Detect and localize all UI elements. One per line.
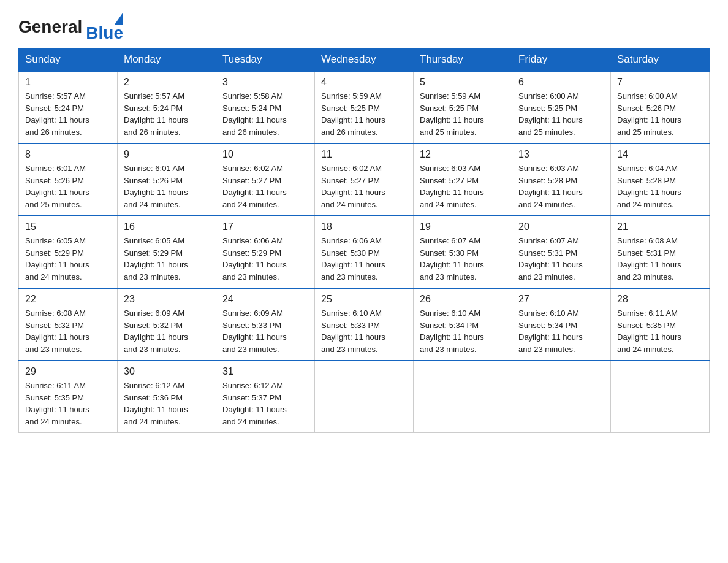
- day-number: 9: [124, 149, 210, 160]
- day-cell-17: 17Sunrise: 6:06 AMSunset: 5:29 PMDayligh…: [216, 216, 315, 288]
- day-info: Sunrise: 6:08 AMSunset: 5:32 PMDaylight:…: [25, 307, 111, 355]
- day-number: 28: [617, 294, 703, 305]
- day-info: Sunrise: 6:03 AMSunset: 5:28 PMDaylight:…: [518, 163, 604, 210]
- day-number: 15: [25, 221, 111, 232]
- day-info: Sunrise: 6:09 AMSunset: 5:32 PMDaylight:…: [124, 307, 210, 355]
- col-header-tuesday: Tuesday: [216, 48, 315, 72]
- day-cell-1: 1Sunrise: 5:57 AMSunset: 5:24 PMDaylight…: [19, 71, 118, 144]
- day-info: Sunrise: 6:10 AMSunset: 5:34 PMDaylight:…: [518, 307, 604, 355]
- logo-blue-text: Blue: [86, 25, 123, 42]
- week-row-4: 22Sunrise: 6:08 AMSunset: 5:32 PMDayligh…: [19, 288, 710, 361]
- day-cell-22: 22Sunrise: 6:08 AMSunset: 5:32 PMDayligh…: [19, 288, 118, 361]
- day-cell-28: 28Sunrise: 6:11 AMSunset: 5:35 PMDayligh…: [611, 288, 710, 361]
- day-info: Sunrise: 5:59 AMSunset: 5:25 PMDaylight:…: [321, 90, 407, 138]
- day-cell-24: 24Sunrise: 6:09 AMSunset: 5:33 PMDayligh…: [216, 288, 315, 361]
- day-info: Sunrise: 6:03 AMSunset: 5:27 PMDaylight:…: [420, 163, 506, 210]
- day-cell-30: 30Sunrise: 6:12 AMSunset: 5:36 PMDayligh…: [118, 361, 216, 433]
- col-header-wednesday: Wednesday: [315, 48, 414, 72]
- day-cell-19: 19Sunrise: 6:07 AMSunset: 5:30 PMDayligh…: [414, 216, 512, 288]
- day-number: 12: [420, 149, 506, 160]
- day-cell-29: 29Sunrise: 6:11 AMSunset: 5:35 PMDayligh…: [19, 361, 118, 433]
- week-row-2: 8Sunrise: 6:01 AMSunset: 5:26 PMDaylight…: [19, 144, 710, 216]
- day-cell-27: 27Sunrise: 6:10 AMSunset: 5:34 PMDayligh…: [512, 288, 611, 361]
- day-cell-26: 26Sunrise: 6:10 AMSunset: 5:34 PMDayligh…: [414, 288, 512, 361]
- day-cell-7: 7Sunrise: 6:00 AMSunset: 5:26 PMDaylight…: [611, 71, 710, 144]
- day-number: 20: [518, 221, 604, 232]
- day-number: 1: [25, 77, 111, 88]
- day-number: 2: [124, 77, 210, 88]
- day-number: 23: [124, 294, 210, 305]
- day-info: Sunrise: 6:10 AMSunset: 5:34 PMDaylight:…: [420, 307, 506, 355]
- day-info: Sunrise: 6:01 AMSunset: 5:26 PMDaylight:…: [124, 163, 210, 210]
- day-cell-23: 23Sunrise: 6:09 AMSunset: 5:32 PMDayligh…: [118, 288, 216, 361]
- week-row-1: 1Sunrise: 5:57 AMSunset: 5:24 PMDaylight…: [19, 71, 710, 144]
- day-info: Sunrise: 6:00 AMSunset: 5:26 PMDaylight:…: [617, 90, 703, 138]
- day-cell-18: 18Sunrise: 6:06 AMSunset: 5:30 PMDayligh…: [315, 216, 414, 288]
- col-header-saturday: Saturday: [611, 48, 710, 72]
- day-info: Sunrise: 6:06 AMSunset: 5:30 PMDaylight:…: [321, 235, 407, 283]
- day-number: 13: [518, 149, 604, 160]
- day-info: Sunrise: 6:07 AMSunset: 5:31 PMDaylight:…: [518, 235, 604, 283]
- day-cell-2: 2Sunrise: 5:57 AMSunset: 5:24 PMDaylight…: [118, 71, 216, 144]
- day-cell-3: 3Sunrise: 5:58 AMSunset: 5:24 PMDaylight…: [216, 71, 315, 144]
- empty-cell: [414, 361, 512, 433]
- day-info: Sunrise: 6:02 AMSunset: 5:27 PMDaylight:…: [222, 163, 308, 210]
- day-cell-15: 15Sunrise: 6:05 AMSunset: 5:29 PMDayligh…: [19, 216, 118, 288]
- day-cell-11: 11Sunrise: 6:02 AMSunset: 5:27 PMDayligh…: [315, 144, 414, 216]
- day-number: 22: [25, 294, 111, 305]
- day-number: 26: [420, 294, 506, 305]
- logo-triangle-icon: [115, 12, 123, 25]
- day-number: 31: [222, 366, 308, 377]
- day-number: 11: [321, 149, 407, 160]
- empty-cell: [611, 361, 710, 433]
- day-info: Sunrise: 6:12 AMSunset: 5:37 PMDaylight:…: [222, 380, 308, 427]
- day-number: 25: [321, 294, 407, 305]
- day-info: Sunrise: 6:12 AMSunset: 5:36 PMDaylight:…: [124, 380, 210, 427]
- day-number: 29: [25, 366, 111, 377]
- day-info: Sunrise: 6:05 AMSunset: 5:29 PMDaylight:…: [124, 235, 210, 283]
- empty-cell: [512, 361, 611, 433]
- day-number: 5: [420, 77, 506, 88]
- day-info: Sunrise: 6:11 AMSunset: 5:35 PMDaylight:…: [25, 380, 111, 427]
- day-cell-9: 9Sunrise: 6:01 AMSunset: 5:26 PMDaylight…: [118, 144, 216, 216]
- day-cell-4: 4Sunrise: 5:59 AMSunset: 5:25 PMDaylight…: [315, 71, 414, 144]
- day-number: 16: [124, 221, 210, 232]
- day-cell-8: 8Sunrise: 6:01 AMSunset: 5:26 PMDaylight…: [19, 144, 118, 216]
- day-number: 18: [321, 221, 407, 232]
- day-cell-31: 31Sunrise: 6:12 AMSunset: 5:37 PMDayligh…: [216, 361, 315, 433]
- day-info: Sunrise: 5:57 AMSunset: 5:24 PMDaylight:…: [124, 90, 210, 138]
- day-info: Sunrise: 6:05 AMSunset: 5:29 PMDaylight:…: [25, 235, 111, 283]
- day-number: 3: [222, 77, 308, 88]
- day-cell-25: 25Sunrise: 6:10 AMSunset: 5:33 PMDayligh…: [315, 288, 414, 361]
- day-number: 19: [420, 221, 506, 232]
- day-cell-16: 16Sunrise: 6:05 AMSunset: 5:29 PMDayligh…: [118, 216, 216, 288]
- day-number: 27: [518, 294, 604, 305]
- day-info: Sunrise: 6:04 AMSunset: 5:28 PMDaylight:…: [617, 163, 703, 210]
- col-header-sunday: Sunday: [19, 48, 118, 72]
- week-row-3: 15Sunrise: 6:05 AMSunset: 5:29 PMDayligh…: [19, 216, 710, 288]
- day-number: 6: [518, 77, 604, 88]
- day-info: Sunrise: 6:01 AMSunset: 5:26 PMDaylight:…: [25, 163, 111, 210]
- day-number: 21: [617, 221, 703, 232]
- col-header-monday: Monday: [118, 48, 216, 72]
- day-cell-5: 5Sunrise: 5:59 AMSunset: 5:25 PMDaylight…: [414, 71, 512, 144]
- day-number: 14: [617, 149, 703, 160]
- calendar-table: SundayMondayTuesdayWednesdayThursdayFrid…: [18, 48, 710, 433]
- day-number: 4: [321, 77, 407, 88]
- day-info: Sunrise: 6:02 AMSunset: 5:27 PMDaylight:…: [321, 163, 407, 210]
- day-cell-20: 20Sunrise: 6:07 AMSunset: 5:31 PMDayligh…: [512, 216, 611, 288]
- empty-cell: [315, 361, 414, 433]
- day-info: Sunrise: 5:57 AMSunset: 5:24 PMDaylight:…: [25, 90, 111, 138]
- day-info: Sunrise: 6:11 AMSunset: 5:35 PMDaylight:…: [617, 307, 703, 355]
- day-info: Sunrise: 6:08 AMSunset: 5:31 PMDaylight:…: [617, 235, 703, 283]
- day-info: Sunrise: 6:07 AMSunset: 5:30 PMDaylight:…: [420, 235, 506, 283]
- day-info: Sunrise: 5:59 AMSunset: 5:25 PMDaylight:…: [420, 90, 506, 138]
- logo-general-text: General: [18, 17, 82, 37]
- day-info: Sunrise: 5:58 AMSunset: 5:24 PMDaylight:…: [222, 90, 308, 138]
- day-info: Sunrise: 6:10 AMSunset: 5:33 PMDaylight:…: [321, 307, 407, 355]
- day-cell-10: 10Sunrise: 6:02 AMSunset: 5:27 PMDayligh…: [216, 144, 315, 216]
- page-header: General Blue: [18, 12, 710, 42]
- day-number: 30: [124, 366, 210, 377]
- day-number: 8: [25, 149, 111, 160]
- day-info: Sunrise: 6:00 AMSunset: 5:25 PMDaylight:…: [518, 90, 604, 138]
